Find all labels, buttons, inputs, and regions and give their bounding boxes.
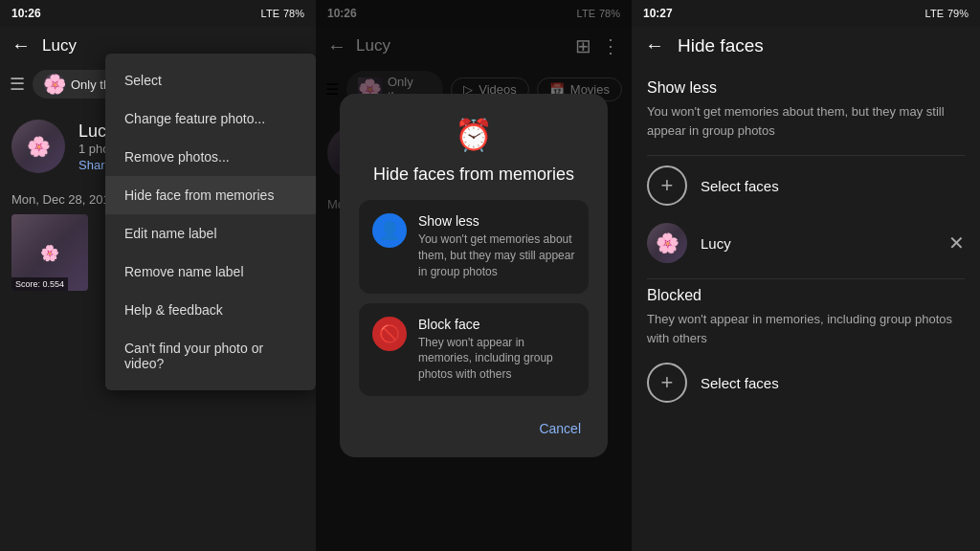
add-face-icon-2: + [647,363,687,403]
signal-icon-1: LTE [261,8,279,19]
person-avatar-1: 🌸 [11,120,65,173]
panel-dialog: 10:26 LTE 78% ← Lucy ⊞ ⋮ ☰ 🌸 Only them ▷… [316,0,632,551]
status-icons-3: LTE 79% [925,8,969,19]
menu-item-remove-name[interactable]: Remove name label [105,253,316,291]
menu-item-change-feature[interactable]: Change feature photo... [105,99,316,138]
cancel-button[interactable]: Cancel [531,415,589,442]
remove-lucy-button[interactable]: ✕ [948,231,965,254]
panel-hide-faces: 10:27 LTE 79% ← Hide faces Show less You… [632,0,980,551]
select-faces-row-1[interactable]: + Select faces [647,155,965,215]
menu-item-help[interactable]: Help & feedback [105,291,316,329]
top-bar-3: ← Hide faces [632,27,980,64]
show-less-section: Show less You won't get memories about t… [647,79,965,140]
status-bar-1: 10:26 LTE 78% [0,0,316,27]
blocked-title: Blocked [647,287,965,304]
battery-icon-1: 78% [283,8,304,19]
back-button-1[interactable]: ← [11,34,31,56]
time-3: 10:27 [643,7,673,20]
divider [647,278,965,279]
avatar-img-1: 🌸 [11,120,65,173]
dialog-overlay: ⏰ Hide faces from memories 👤 Show less Y… [316,0,632,551]
chip-avatar-1: 🌸 [44,74,65,95]
hide-faces-dialog: ⏰ Hide faces from memories 👤 Show less Y… [340,94,608,457]
block-face-content: Block face They won't appear in memories… [418,317,575,383]
context-menu: Select Change feature photo... Remove ph… [105,54,316,390]
lucy-avatar-img: 🌸 [647,223,687,263]
show-less-section-title: Show less [647,79,965,97]
person-row-lucy: 🌸 Lucy ✕ [647,215,965,271]
blocked-desc: They won't appear in memories, including… [647,310,965,347]
show-less-desc: You won't get memories about them, but t… [418,231,575,279]
photo-thumb-1[interactable]: 🌸 Score: 0.554 [11,214,88,291]
block-face-title: Block face [418,317,575,332]
score-badge-1: Score: 0.554 [11,277,68,291]
dialog-title: Hide faces from memories [373,165,574,185]
show-less-title: Show less [418,213,575,229]
add-face-icon-1: + [647,165,687,206]
face-avatar-lucy: 🌸 [647,223,687,263]
panel-context-menu: 10:26 LTE 78% ← Lucy ☰ 🌸 Only the 🌸 Lucy… [0,0,316,551]
block-face-desc: They won't appear in memories, including… [418,335,575,383]
menu-item-edit-name[interactable]: Edit name label [105,214,316,253]
face-name-lucy: Lucy [701,235,935,252]
status-bar-3: 10:27 LTE 79% [632,0,980,27]
signal-icon-3: LTE [925,8,944,19]
menu-item-select[interactable]: Select [105,61,316,99]
battery-icon-3: 79% [947,8,969,19]
select-faces-label-1: Select faces [701,178,779,194]
dialog-option-block-face[interactable]: 🚫 Block face They won't appear in memori… [359,303,589,396]
block-face-icon: 🚫 [372,317,407,351]
select-faces-label-2: Select faces [701,375,779,391]
show-less-icon: 👤 [372,213,407,248]
hide-faces-content: Show less You won't get memories about t… [632,64,980,428]
dialog-option-show-less[interactable]: 👤 Show less You won't get memories about… [359,200,589,293]
filter-icon-1[interactable]: ☰ [10,74,25,95]
page-title-3: Hide faces [678,35,764,56]
menu-item-hide-face[interactable]: Hide face from memories [105,176,316,214]
blocked-section: Blocked They won't appear in memories, i… [647,287,965,347]
time-1: 10:26 [11,7,41,20]
page-title-1: Lucy [42,36,77,55]
chip-avatar-img-1: 🌸 [44,74,65,95]
back-button-3[interactable]: ← [645,34,664,56]
menu-item-remove-photos[interactable]: Remove photos... [105,138,316,176]
show-less-section-desc: You won't get memories about them, but t… [647,102,965,140]
menu-item-cant-find[interactable]: Can't find your photo or video? [105,329,316,383]
select-faces-row-2[interactable]: + Select faces [647,359,965,412]
dialog-icon: ⏰ [455,117,493,153]
show-less-content: Show less You won't get memories about t… [418,213,575,279]
status-icons-1: LTE 78% [261,8,304,19]
